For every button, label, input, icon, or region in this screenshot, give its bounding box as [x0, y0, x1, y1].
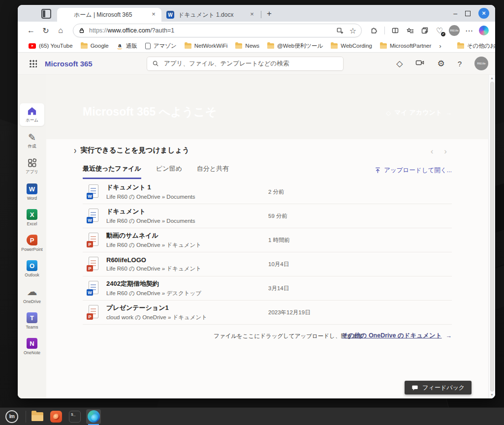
premium-diamond-icon[interactable]: ◇ [396, 59, 403, 69]
my-account-link[interactable]: ◇ マイ アカウント → [386, 108, 452, 117]
apps-grid-icon [27, 158, 37, 168]
sidebar-item-create[interactable]: ✎ 作成 [20, 133, 44, 150]
bookmark-folder-google[interactable]: Google [78, 41, 112, 50]
help-icon[interactable]: ? [458, 60, 462, 68]
tab-actions-icon[interactable] [41, 9, 51, 19]
favorite-star-icon[interactable]: ☆ [349, 26, 356, 35]
amazon-icon: a [117, 43, 123, 49]
back-icon[interactable]: ← [25, 24, 37, 37]
sidebar-item-home[interactable]: ホーム [20, 103, 44, 126]
tab-shared-with-me[interactable]: 自分と共有 [197, 164, 229, 178]
m365-search-box[interactable]: アプリ、ファイル、テンプレートなどの検索 [147, 57, 344, 71]
folder-icon [380, 43, 387, 49]
file-row[interactable]: W ドキュメント 1Life R60 の OneDrive » Document… [83, 180, 452, 204]
sidebar-item-teams[interactable]: T Teams [20, 312, 44, 330]
discover-pager: ‹ › [431, 147, 447, 156]
bookmark-folder-webcording[interactable]: WebCording [328, 41, 375, 50]
file-manager-button[interactable] [30, 409, 45, 424]
discover-section-header[interactable]: › 実行できることを見つけましょう [74, 146, 189, 155]
collections-icon[interactable] [418, 24, 431, 37]
browser-essentials-icon[interactable]: ♡✔ [433, 24, 446, 37]
feedback-button[interactable]: フィードバック [405, 381, 472, 395]
more-onedrive-docs-link[interactable]: その他の OneDrive のドキュメント → [342, 332, 452, 340]
new-tab-button[interactable]: + [263, 8, 275, 20]
folder-icon [331, 43, 338, 49]
sidebar-item-apps[interactable]: アプリ [20, 158, 44, 175]
browser-toolbar: ← ↻ ⌂ https://www.office.com/?auth=1 ☆ ♡… [18, 22, 495, 39]
tab-strip: ホーム | Microsoft 365 × W ドキュメント 1.docx × … [18, 5, 495, 22]
sidebar-item-powerpoint[interactable]: P PowerPoint [20, 235, 44, 252]
edge-button[interactable] [86, 409, 101, 424]
tab-recent-files[interactable]: 最近使ったファイル [83, 164, 141, 179]
sidebar-item-outlook[interactable]: O Outlook [20, 260, 44, 277]
tab-m365-home[interactable]: ホーム | Microsoft 365 × [57, 8, 161, 22]
tab-close-icon[interactable]: × [150, 11, 158, 19]
bookmark-folder-news[interactable]: News [232, 41, 262, 50]
url-text[interactable]: https://www.office.com/?auth=1 [89, 27, 336, 34]
bookmark-folder-networkwifi[interactable]: NetWorkWiFi [182, 41, 231, 50]
sidebar-item-word[interactable]: W Word [20, 183, 44, 201]
file-location: Life R60 の OneDrive » デスクトップ [106, 290, 201, 297]
search-icon [152, 60, 159, 67]
prev-page-icon[interactable]: ‹ [431, 147, 434, 156]
powerpoint-file-icon: P [87, 305, 98, 320]
upload-and-open-link[interactable]: アップロードして開く... [375, 166, 452, 175]
sidebar-item-excel[interactable]: X Excel [20, 209, 44, 226]
m365-logo-icon[interactable] [26, 81, 38, 93]
mint-menu-button[interactable]: lm [2, 409, 22, 425]
tab-pinned[interactable]: ピン留め [156, 164, 182, 178]
bookmarks-overflow-icon[interactable]: › [436, 42, 444, 50]
grid-plus-icon[interactable] [336, 27, 344, 34]
bookmark-youtube[interactable]: (65) YouTube [26, 41, 76, 50]
scroll-up-icon[interactable]: ▲ [490, 76, 494, 80]
home-icon[interactable]: ⌂ [54, 24, 67, 37]
file-row[interactable]: P 動画のサムネイルLife R60 の OneDrive » ドキュメント 1… [83, 228, 452, 252]
scrollbar-thumb[interactable] [490, 82, 494, 392]
file-date: 59 分前 [268, 212, 287, 220]
sidebar-item-onenote[interactable]: N OneNote [20, 338, 44, 355]
tab-close-icon[interactable]: × [248, 11, 256, 19]
split-screen-icon[interactable] [389, 24, 402, 37]
refresh-icon[interactable]: ↻ [39, 24, 52, 37]
more-menu-icon[interactable]: ⋯ [463, 24, 475, 37]
linux-mint-icon: lm [5, 410, 18, 423]
maximize-button[interactable] [465, 11, 471, 16]
browser-profile-avatar[interactable]: R60.life [448, 24, 461, 37]
bookmark-folder-microsoftpartner[interactable]: MicrosoftPartner [377, 41, 434, 50]
folder-icon [81, 43, 88, 49]
close-button[interactable]: × [478, 8, 489, 19]
firefox-button[interactable] [49, 409, 63, 424]
settings-gear-icon[interactable]: ⚙ [437, 59, 444, 69]
app-launcher-icon[interactable] [30, 60, 37, 67]
file-tabs: 最近使ったファイル ピン留め 自分と共有 [83, 164, 229, 179]
copilot-icon[interactable] [477, 24, 490, 37]
word-file-icon: W [87, 184, 98, 199]
scroll-down-icon[interactable]: ▼ [490, 393, 494, 397]
tab-word-doc[interactable]: W ドキュメント 1.docx × [161, 8, 260, 22]
camera-icon[interactable] [415, 59, 424, 68]
file-date: 3月14日 [268, 285, 289, 292]
file-name: 動画のサムネイル [106, 231, 201, 240]
file-row[interactable]: P R60lifeLOGOLife R60 の OneDrive » ドキュメン… [83, 252, 452, 276]
next-page-icon[interactable]: › [444, 147, 447, 156]
toolbar-divider [384, 27, 385, 34]
bookmark-page-amazon[interactable]: アマゾン [142, 41, 180, 51]
minimize-button[interactable]: – [453, 9, 457, 17]
file-date: 1 時間前 [268, 237, 290, 244]
tab-title: ホーム | Microsoft 365 [74, 11, 147, 19]
account-avatar[interactable]: R60.life [474, 57, 488, 70]
page-scrollbar[interactable]: ▲ ▼ [488, 75, 495, 398]
sidebar-item-onedrive[interactable]: ☁ OneDrive [20, 286, 44, 304]
terminal-button[interactable]: $_ [67, 409, 82, 424]
file-row[interactable]: W 2402定期借地契約Life R60 の OneDrive » デスクトップ… [83, 276, 452, 301]
favorites-hub-icon[interactable] [404, 24, 416, 37]
bookmark-other-favorites[interactable]: その他のお気に入り [454, 41, 495, 51]
m365-brand-link[interactable]: Microsoft 365 [45, 60, 93, 68]
extensions-icon[interactable] [368, 24, 380, 37]
powerpoint-icon: P [27, 235, 37, 245]
address-bar[interactable]: https://www.office.com/?auth=1 ☆ [73, 24, 362, 37]
bookmark-amazon[interactable]: a通販 [114, 41, 140, 51]
bookmark-folder-webtools[interactable]: @Web便利ツール [264, 41, 326, 51]
file-row[interactable]: W ドキュメントLife R60 の OneDrive » Documents … [83, 204, 452, 228]
file-row[interactable]: P プレゼンテーション1cloud work の OneDrive » ドキュメ… [83, 301, 452, 325]
